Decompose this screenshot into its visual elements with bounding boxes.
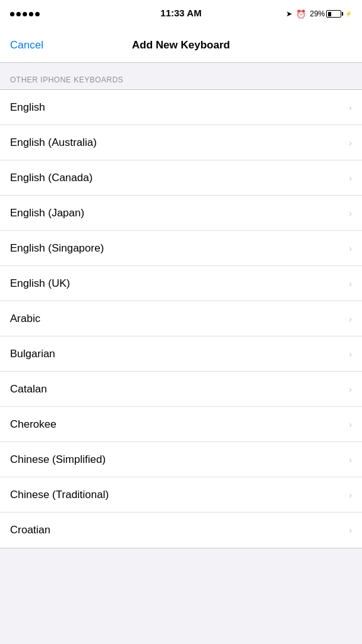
keyboard-label-english-canada: English (Canada) bbox=[10, 172, 92, 184]
chevron-right-icon-english-japan: › bbox=[349, 208, 352, 218]
keyboard-label-bulgarian: Bulgarian bbox=[10, 348, 55, 360]
chevron-right-icon-chinese-traditional: › bbox=[349, 490, 352, 500]
chevron-right-icon-bulgarian: › bbox=[349, 349, 352, 359]
list-item-catalan[interactable]: Catalan› bbox=[0, 372, 362, 407]
chevron-right-icon-english-uk: › bbox=[349, 279, 352, 289]
signal-dot-2 bbox=[16, 12, 21, 16]
list-item-chinese-simplified[interactable]: Chinese (Simplified)› bbox=[0, 442, 362, 477]
keyboard-label-english-singapore: English (Singapore) bbox=[10, 242, 104, 255]
signal-indicators bbox=[10, 12, 40, 16]
alarm-icon: ⏰ bbox=[296, 9, 306, 19]
list-item-croatian[interactable]: Croatian› bbox=[0, 513, 362, 548]
battery-icon bbox=[326, 10, 343, 18]
keyboard-label-english-uk: English (UK) bbox=[10, 277, 70, 290]
list-item-cherokee[interactable]: Cherokee› bbox=[0, 407, 362, 442]
list-item-bulgarian[interactable]: Bulgarian› bbox=[0, 336, 362, 372]
chevron-right-icon-english-canada: › bbox=[349, 173, 352, 183]
keyboard-label-english: English bbox=[10, 101, 45, 114]
chevron-right-icon-croatian: › bbox=[349, 525, 352, 535]
navigation-bar: Cancel Add New Keyboard bbox=[0, 28, 362, 63]
keyboard-label-catalan: Catalan bbox=[10, 383, 47, 396]
keyboard-label-croatian: Croatian bbox=[10, 524, 50, 536]
list-item-chinese-traditional[interactable]: Chinese (Traditional)› bbox=[0, 477, 362, 513]
keyboard-label-chinese-simplified: Chinese (Simplified) bbox=[10, 453, 106, 466]
cancel-button[interactable]: Cancel bbox=[10, 39, 43, 52]
status-bar: 11:33 AM ➤ ⏰ 29% ⚡ bbox=[0, 0, 362, 28]
list-item-english-australia[interactable]: English (Australia)› bbox=[0, 125, 362, 160]
chevron-right-icon-english-australia: › bbox=[349, 138, 352, 148]
battery-percent: 29% bbox=[310, 9, 325, 18]
signal-dots bbox=[10, 12, 40, 16]
keyboard-label-english-australia: English (Australia) bbox=[10, 136, 97, 149]
list-item-arabic[interactable]: Arabic› bbox=[0, 301, 362, 336]
battery-container: 29% ⚡ bbox=[310, 9, 352, 18]
section-header: OTHER IPHONE KEYBOARDS bbox=[0, 63, 362, 89]
chevron-right-icon-catalan: › bbox=[349, 384, 352, 394]
list-item-english-uk[interactable]: English (UK)› bbox=[0, 266, 362, 301]
signal-dot-1 bbox=[10, 12, 14, 16]
keyboard-label-chinese-traditional: Chinese (Traditional) bbox=[10, 489, 109, 501]
battery-fill bbox=[328, 12, 332, 16]
signal-dot-3 bbox=[23, 12, 27, 16]
chevron-right-icon-arabic: › bbox=[349, 314, 352, 324]
battery-tip bbox=[342, 12, 343, 16]
signal-dot-5 bbox=[35, 12, 40, 16]
chevron-right-icon-cherokee: › bbox=[349, 419, 352, 430]
chevron-right-icon-english: › bbox=[349, 103, 352, 113]
list-item-english-singapore[interactable]: English (Singapore)› bbox=[0, 231, 362, 266]
list-item-english-japan[interactable]: English (Japan)› bbox=[0, 196, 362, 231]
chevron-right-icon-chinese-simplified: › bbox=[349, 455, 352, 465]
page-title: Add New Keyboard bbox=[132, 39, 230, 52]
keyboard-label-cherokee: Cherokee bbox=[10, 418, 57, 431]
signal-dot-4 bbox=[29, 12, 33, 16]
list-item-english-canada[interactable]: English (Canada)› bbox=[0, 160, 362, 196]
location-icon: ➤ bbox=[286, 9, 292, 18]
keyboard-label-arabic: Arabic bbox=[10, 313, 40, 325]
battery-body bbox=[326, 10, 341, 18]
list-item-english[interactable]: English› bbox=[0, 90, 362, 125]
status-right-icons: ➤ ⏰ 29% ⚡ bbox=[286, 9, 352, 19]
chevron-right-icon-english-singapore: › bbox=[349, 243, 352, 253]
keyboard-label-english-japan: English (Japan) bbox=[10, 207, 84, 219]
charging-icon: ⚡ bbox=[345, 11, 352, 17]
status-time: 11:33 AM bbox=[160, 8, 201, 18]
keyboard-list: English›English (Australia)›English (Can… bbox=[0, 89, 362, 548]
